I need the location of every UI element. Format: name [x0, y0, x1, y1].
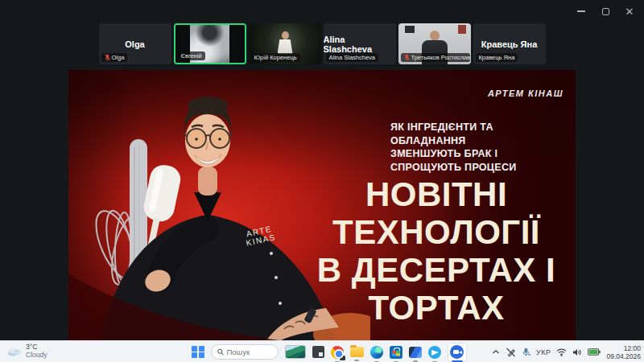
- mic-muted-icon: [105, 54, 110, 61]
- running-indicator: [413, 360, 418, 362]
- slide-subtitle: ЯК ІНГРЕДІЄНТИ ТА ОБЛАДНАННЯ ЗМЕНШУЮТЬ Б…: [390, 121, 517, 174]
- edge-icon: [370, 346, 383, 359]
- close-icon: ✕: [625, 6, 634, 17]
- titlebar: ✕: [0, 0, 644, 23]
- telegram-button[interactable]: [428, 346, 441, 359]
- participant-label-text: Кравець Яна: [479, 54, 515, 61]
- restore-icon: [602, 8, 609, 15]
- search-input[interactable]: [227, 348, 272, 356]
- title-line: НОВІТНІ: [300, 175, 572, 213]
- mic-muted-icon: [404, 54, 410, 61]
- edge-button[interactable]: [370, 346, 383, 359]
- chrome-button[interactable]: [331, 346, 344, 359]
- file-explorer-button[interactable]: [350, 347, 364, 357]
- search-icon: [217, 348, 224, 356]
- battery-icon[interactable]: [588, 348, 601, 356]
- participant-label: Alina Slashcheva: [326, 53, 379, 62]
- desktop-app-button[interactable]: [312, 346, 324, 358]
- participant-tile-olga[interactable]: Olga Olga: [99, 23, 171, 64]
- participant-tile-rostyslav[interactable]: Третьяков Ростислав: [398, 23, 471, 64]
- weather-temperature: 3°C: [26, 343, 47, 351]
- restore-button[interactable]: [597, 3, 613, 19]
- minimize-icon: [577, 10, 585, 12]
- participant-label: Кравець Яна: [476, 53, 518, 62]
- window-controls: ✕: [573, 3, 638, 19]
- title-line: ТЕХНОЛОГІЇ: [300, 213, 572, 251]
- microsoft-store-button[interactable]: [390, 346, 402, 359]
- store-icon: [390, 346, 402, 359]
- participant-label-text: Olga: [112, 54, 125, 61]
- participant-label: Євгеній: [178, 51, 205, 60]
- folder-icon: [350, 347, 364, 357]
- weather-widget[interactable]: 3°C Cloudy: [7, 343, 47, 359]
- wifi-icon[interactable]: [556, 348, 567, 356]
- person-figure: [278, 39, 293, 54]
- wall-frame: [458, 25, 466, 34]
- wall-frame: [405, 26, 415, 33]
- desktop-app-icon: [312, 346, 324, 358]
- video-pillarbox: [229, 25, 245, 63]
- participant-tile-yana[interactable]: Кравець Яна Кравець Яна: [473, 23, 546, 64]
- slide-title: НОВІТНІ ТЕХНОЛОГІЇ В ДЕСЕРТАХ І ТОРТАХ: [300, 175, 572, 327]
- title-line: В ДЕСЕРТАХ І: [300, 251, 572, 289]
- app-window: ✕ Olga Olga Євгеній: [0, 0, 644, 362]
- meeting-app-button-active[interactable]: [448, 343, 467, 362]
- participant-tile-evgeniy[interactable]: Євгеній: [174, 23, 246, 64]
- clock-date: 09.04.2026: [606, 352, 641, 360]
- start-button[interactable]: [192, 346, 204, 359]
- blue-card-app-button[interactable]: [409, 347, 422, 358]
- bluetooth-audio-icon[interactable]: [522, 348, 530, 357]
- title-line: ТОРТАХ: [300, 289, 572, 327]
- participant-label-text: Третьяков Ростислав: [411, 54, 470, 61]
- chrome-badge: [340, 356, 345, 360]
- participant-label: Третьяков Ростислав: [401, 53, 470, 62]
- meeting-app-icon: [450, 345, 464, 359]
- telegram-icon: [428, 346, 441, 359]
- blue-card-app-icon: [409, 347, 422, 358]
- running-indicator: [354, 360, 359, 361]
- participant-tile-yuriy[interactable]: Юрій Коренець: [249, 23, 321, 64]
- chevron-up-icon[interactable]: [492, 349, 500, 355]
- taskbar-search[interactable]: [211, 344, 279, 360]
- weather-condition: Cloudy: [26, 351, 47, 359]
- participant-label-text: Юрій Коренець: [254, 54, 297, 61]
- participant-label-text: Євгеній: [181, 52, 202, 60]
- clock-time: 12:00: [624, 344, 641, 352]
- close-button[interactable]: ✕: [621, 3, 638, 19]
- participant-tile-alina[interactable]: Alina Slashcheva Alina Slashcheva: [324, 23, 396, 64]
- subtitle-line: ЯК ІНГРЕДІЄНТИ ТА: [390, 121, 517, 134]
- subtitle-line: ЗМЕНШУЮТЬ БРАК І: [390, 147, 517, 161]
- task-view-button[interactable]: [285, 345, 306, 359]
- person-figure: [282, 31, 289, 39]
- taskbar: 3°C Cloudy: [0, 340, 644, 362]
- taskbar-apps: [192, 341, 467, 362]
- system-tray: УКР 12:00 09.04.2026: [492, 341, 641, 362]
- speaker-name: АРТЕМ КІНАШ: [488, 88, 564, 98]
- minimize-button[interactable]: [573, 3, 589, 19]
- chrome-icon: [331, 346, 344, 359]
- participant-label: Юрій Коренець: [251, 53, 300, 62]
- participant-strip: Olga Olga Євгеній: [0, 23, 644, 66]
- participant-label: Olga: [101, 53, 128, 62]
- volume-icon[interactable]: [572, 348, 582, 356]
- subtitle-line: ОБЛАДНАННЯ: [390, 134, 517, 148]
- language-indicator[interactable]: УКР: [536, 348, 551, 356]
- participant-label-text: Alina Slashcheva: [329, 54, 376, 61]
- taskbar-clock[interactable]: 12:00 09.04.2026: [606, 344, 641, 360]
- subtitle-line: СПРОЩУЮТЬ ПРОЦЕСИ: [390, 161, 517, 175]
- pen-disabled-icon[interactable]: [506, 348, 516, 357]
- windows-logo-icon: [192, 346, 204, 359]
- shared-screen-slide: ARTE KINAS АРТЕМ КІНАШ ЯК ІНГРЕДІЄНТИ ТА…: [68, 70, 576, 340]
- cloud-icon: [7, 346, 22, 356]
